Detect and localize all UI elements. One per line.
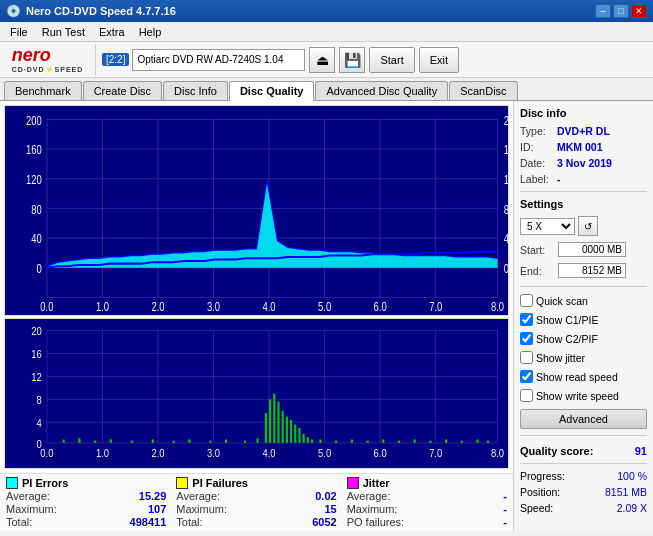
svg-text:5.0: 5.0 xyxy=(318,300,331,313)
drive-selector: [2:2] Optiarc DVD RW AD-7240S 1.04 xyxy=(102,49,305,71)
svg-rect-87 xyxy=(286,416,288,442)
svg-text:16: 16 xyxy=(31,348,42,359)
svg-rect-80 xyxy=(244,440,246,442)
legend-area: PI Errors Average: 15.29 Maximum: 107 To… xyxy=(0,473,513,531)
menu-run-test[interactable]: Run Test xyxy=(36,25,91,39)
svg-text:3.0: 3.0 xyxy=(207,447,221,458)
tab-disc-info[interactable]: Disc Info xyxy=(163,81,228,100)
svg-rect-78 xyxy=(209,440,211,442)
tab-benchmark[interactable]: Benchmark xyxy=(4,81,82,100)
legend-pi-errors: PI Errors Average: 15.29 Maximum: 107 To… xyxy=(6,477,166,528)
pi-failures-color xyxy=(176,477,188,489)
start-button[interactable]: Start xyxy=(369,47,414,73)
svg-text:80: 80 xyxy=(31,203,42,216)
quick-scan-checkbox[interactable] xyxy=(520,294,533,307)
charts-panel: 200 160 120 80 40 0 20 16 12 8 4 0 0.0 1… xyxy=(0,101,513,531)
svg-text:1.0: 1.0 xyxy=(96,300,109,313)
title-bar-controls: – □ ✕ xyxy=(595,4,647,18)
svg-rect-100 xyxy=(414,439,416,442)
progress-row: Progress: 100 % xyxy=(520,470,647,482)
svg-text:4: 4 xyxy=(36,417,42,428)
svg-rect-76 xyxy=(173,440,175,442)
right-panel: Disc info Type: DVD+R DL ID: MKM 001 Dat… xyxy=(513,101,653,531)
svg-text:7.0: 7.0 xyxy=(429,447,443,458)
tab-create-disc[interactable]: Create Disc xyxy=(83,81,162,100)
speed-row: Speed: 2.09 X xyxy=(520,502,647,514)
svg-rect-95 xyxy=(335,440,337,442)
disc-label-row: Label: - xyxy=(520,173,647,185)
quick-scan-row: Quick scan xyxy=(520,294,647,307)
menu-file[interactable]: File xyxy=(4,25,34,39)
menu-help[interactable]: Help xyxy=(133,25,168,39)
svg-rect-70 xyxy=(63,439,65,442)
svg-text:7.0: 7.0 xyxy=(429,300,442,313)
show-jitter-checkbox[interactable] xyxy=(520,351,533,364)
divider-4 xyxy=(520,463,647,464)
svg-rect-71 xyxy=(78,438,80,443)
legend-pi-failures-title: PI Failures xyxy=(176,477,336,489)
tab-advanced-disc-quality[interactable]: Advanced Disc Quality xyxy=(315,81,448,100)
exit-button[interactable]: Exit xyxy=(419,47,459,73)
show-c1pie-checkbox[interactable] xyxy=(520,313,533,326)
menu-bar: File Run Test Extra Help xyxy=(0,22,653,42)
svg-text:8: 8 xyxy=(36,394,42,405)
svg-text:40: 40 xyxy=(31,232,42,245)
tab-bar: Benchmark Create Disc Disc Info Disc Qua… xyxy=(0,78,653,101)
end-input[interactable] xyxy=(558,263,626,278)
svg-rect-93 xyxy=(311,439,313,442)
svg-rect-94 xyxy=(319,439,321,442)
legend-jitter-title: Jitter xyxy=(347,477,507,489)
close-button[interactable]: ✕ xyxy=(631,4,647,18)
refresh-icon-button[interactable]: ↺ xyxy=(578,216,598,236)
svg-rect-85 xyxy=(277,401,279,442)
svg-rect-84 xyxy=(273,393,275,442)
svg-rect-88 xyxy=(290,420,292,443)
svg-rect-101 xyxy=(429,440,431,442)
app-icon: 💿 xyxy=(6,4,21,18)
show-c1pie-row: Show C1/PIE xyxy=(520,313,647,326)
show-c2pif-row: Show C2/PIF xyxy=(520,332,647,345)
speed-select[interactable]: 5 X xyxy=(520,218,575,235)
svg-rect-102 xyxy=(445,439,447,442)
menu-extra[interactable]: Extra xyxy=(93,25,131,39)
legend-jitter: Jitter Average: - Maximum: - PO failures… xyxy=(347,477,507,528)
settings-title: Settings xyxy=(520,198,647,210)
svg-rect-77 xyxy=(188,439,190,442)
legend-pi-errors-avg: Average: 15.29 xyxy=(6,490,166,502)
jitter-color xyxy=(347,477,359,489)
end-setting-row: End: xyxy=(520,263,647,278)
svg-rect-96 xyxy=(351,439,353,442)
nero-logo: nero CD·DVD⚡SPEED xyxy=(6,45,96,75)
charts-area: 200 160 120 80 40 0 20 16 12 8 4 0 0.0 1… xyxy=(0,101,513,473)
show-c2pif-checkbox[interactable] xyxy=(520,332,533,345)
disc-type-row: Type: DVD+R DL xyxy=(520,125,647,137)
tab-disc-quality[interactable]: Disc Quality xyxy=(229,81,315,101)
maximize-button[interactable]: □ xyxy=(613,4,629,18)
minimize-button[interactable]: – xyxy=(595,4,611,18)
save-icon-button[interactable]: 💾 xyxy=(339,47,365,73)
show-write-speed-checkbox[interactable] xyxy=(520,389,533,402)
drive-dropdown[interactable]: Optiarc DVD RW AD-7240S 1.04 xyxy=(132,49,305,71)
svg-text:4.0: 4.0 xyxy=(263,447,277,458)
start-input[interactable] xyxy=(558,242,626,257)
svg-rect-39 xyxy=(5,319,508,468)
position-row: Position: 8151 MB xyxy=(520,486,647,498)
svg-rect-74 xyxy=(131,440,133,442)
svg-text:160: 160 xyxy=(26,143,42,156)
top-chart-svg: 200 160 120 80 40 0 20 16 12 8 4 0 0.0 1… xyxy=(5,106,508,315)
show-jitter-row: Show jitter xyxy=(520,351,647,364)
eject-icon-button[interactable]: ⏏ xyxy=(309,47,335,73)
tab-scan-disc[interactable]: ScanDisc xyxy=(449,81,517,100)
svg-rect-75 xyxy=(152,439,154,442)
svg-text:8.0: 8.0 xyxy=(491,300,504,313)
legend-pi-failures: PI Failures Average: 0.02 Maximum: 15 To… xyxy=(176,477,336,528)
advanced-button[interactable]: Advanced xyxy=(520,409,647,429)
svg-text:200: 200 xyxy=(26,114,42,127)
show-read-speed-row: Show read speed xyxy=(520,370,647,383)
svg-rect-81 xyxy=(257,438,259,443)
svg-text:0: 0 xyxy=(36,262,41,275)
toolbar: nero CD·DVD⚡SPEED [2:2] Optiarc DVD RW A… xyxy=(0,42,653,78)
show-read-speed-checkbox[interactable] xyxy=(520,370,533,383)
pi-errors-color xyxy=(6,477,18,489)
main-content: 200 160 120 80 40 0 20 16 12 8 4 0 0.0 1… xyxy=(0,101,653,531)
